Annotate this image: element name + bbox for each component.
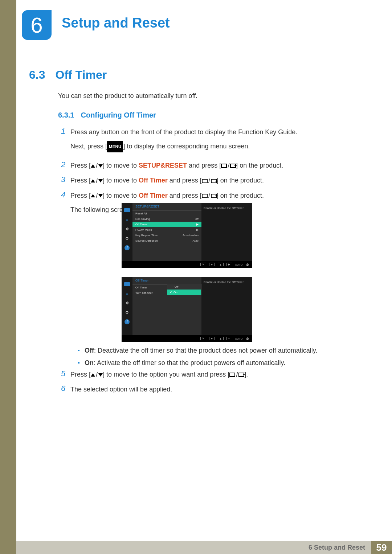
exit-icon: ✕ (200, 337, 206, 340)
subsection-title: Configuring Off Timer (81, 111, 156, 119)
step-2: 2 Press [/] to move to SETUP&RESET and p… (61, 160, 340, 171)
up-down-arrow-icon: / (91, 176, 103, 186)
step-text: The selected option will be applied. (70, 384, 172, 394)
information-icon: i (124, 319, 130, 324)
menu-button-icon: MENU (107, 141, 123, 152)
step-number: 4 (61, 190, 70, 199)
up-down-arrow-icon: / (91, 370, 103, 380)
osd-footer-controls: ✕ ▼ ▲ ▶ AUTO ⏻ (122, 261, 252, 268)
osd-menu-title: SETUP&RESET (132, 203, 201, 211)
step-3: 3 Press [/] to move to Off Timer and pre… (61, 175, 340, 186)
osd-row-off-timer: Off Timer▶ (132, 222, 201, 227)
osd-screenshot-off-timer: ≡ ✥ ⚙ i Off Timer Off Timer Turn Off Aft… (122, 277, 252, 342)
up-icon: ▲ (218, 337, 224, 340)
information-icon: i (124, 245, 130, 250)
enter-source-icon: / (229, 370, 244, 380)
step-6: 6 The selected option will be applied. (61, 384, 340, 394)
step-5: 5 Press [/] to move to the option you wa… (61, 369, 340, 380)
osd-dropdown-panel: Off ✔On (167, 284, 201, 295)
step-text: Press any button on the front of the pro… (70, 127, 297, 137)
up-down-arrow-icon: / (91, 161, 103, 171)
osd-row-source-detection: Source DetectionAuto (132, 238, 201, 243)
exit-icon: ✕ (200, 263, 206, 266)
auto-label: AUTO (235, 337, 243, 340)
osd-footer-controls: ✕ ▼ ▲ ↵ AUTO ⏻ (122, 335, 252, 342)
checkmark-icon: ✔ (170, 291, 172, 294)
step-1: 1 Press any button on the front of the p… (61, 127, 340, 156)
section-heading: 6.3Off Timer (29, 68, 107, 82)
size-position-icon: ✥ (124, 226, 130, 231)
step-number: 1 (61, 127, 70, 136)
osd-description: Enable or disable the Off Timer. (201, 203, 252, 261)
step-text: Press [/] to move to the option you want… (70, 369, 248, 380)
up-icon: ▲ (218, 263, 224, 266)
enter-icon: ↵ (226, 337, 232, 340)
osd-screenshot-setup-reset: ≡ ✥ ⚙ i SETUP&RESET Reset All Eco Saving… (122, 203, 252, 268)
up-down-arrow-icon: / (91, 191, 103, 201)
step-text: Press [/] to move to SETUP&RESET and pre… (70, 160, 283, 171)
step-text: Press [/] to move to Off Timer and press… (70, 175, 264, 186)
chapter-number: 6 (30, 13, 42, 38)
picture-icon (124, 208, 130, 213)
option-description-list: Off: Deactivate the off timer so that th… (78, 345, 339, 370)
chapter-badge: 6 (22, 10, 52, 40)
osd-category-icons: ≡ ✥ ⚙ i (122, 203, 132, 261)
down-icon: ▼ (209, 337, 215, 340)
osd-row-key-repeat: Key Repeat TimeAcceleration (132, 233, 201, 238)
osd-row-reset-all: Reset All (132, 211, 201, 216)
down-icon: ▼ (209, 263, 215, 266)
setup-reset-icon: ⚙ (124, 236, 130, 241)
color-icon: ≡ (124, 217, 130, 222)
step-number: 5 (61, 369, 70, 378)
section-title: Off Timer (55, 68, 107, 81)
step-number: 3 (61, 175, 70, 184)
picture-icon (124, 282, 130, 287)
bullet-off: Off: Deactivate the off timer so that th… (78, 345, 339, 356)
bullet-on: On: Activate the off timer so that the p… (78, 358, 339, 368)
osd-category-icons: ≡ ✥ ⚙ i (122, 277, 132, 335)
steps-list-cont: 5 Press [/] to move to the option you wa… (61, 369, 340, 399)
step-number: 6 (61, 384, 70, 393)
step-number: 2 (61, 160, 70, 169)
osd-menu-list: SETUP&RESET Reset All Eco SavingOff Off … (132, 203, 201, 261)
step-text: Next, press [MENU] to display the corres… (70, 141, 297, 152)
left-sidebar (0, 0, 16, 554)
option-off: Off (167, 284, 201, 290)
osd-description: Enable or disable the Off Timer. (201, 277, 252, 335)
auto-label: AUTO (235, 263, 243, 266)
page-number: 59 (371, 541, 392, 554)
subsection-number: 6.3.1 (58, 111, 74, 119)
step-text: Press [/] to move to Off Timer and press… (70, 190, 264, 201)
osd-row-pcav-mode: PC/AV Mode▶ (132, 227, 201, 233)
setup-reset-icon: ⚙ (124, 310, 130, 315)
subsection-heading: 6.3.1Configuring Off Timer (58, 111, 156, 119)
chapter-title: Setup and Reset (62, 15, 170, 31)
page-footer: 6 Setup and Reset 59 (0, 541, 392, 554)
power-icon: ⏻ (246, 263, 249, 266)
power-icon: ⏻ (246, 337, 249, 340)
size-position-icon: ✥ (124, 300, 130, 305)
section-number: 6.3 (29, 68, 45, 81)
enter-source-icon: / (221, 161, 236, 171)
osd-row-eco-saving: Eco SavingOff (132, 216, 201, 222)
color-icon: ≡ (124, 291, 130, 296)
right-icon: ▶ (226, 263, 232, 266)
enter-source-icon: / (202, 191, 217, 201)
enter-source-icon: / (202, 176, 217, 186)
section-intro: You can set the product to automatically… (58, 92, 197, 100)
footer-chapter-label: 6 Setup and Reset (16, 541, 371, 554)
bullet-icon (78, 350, 79, 351)
option-on: ✔On (167, 290, 201, 295)
bullet-icon (78, 362, 79, 364)
